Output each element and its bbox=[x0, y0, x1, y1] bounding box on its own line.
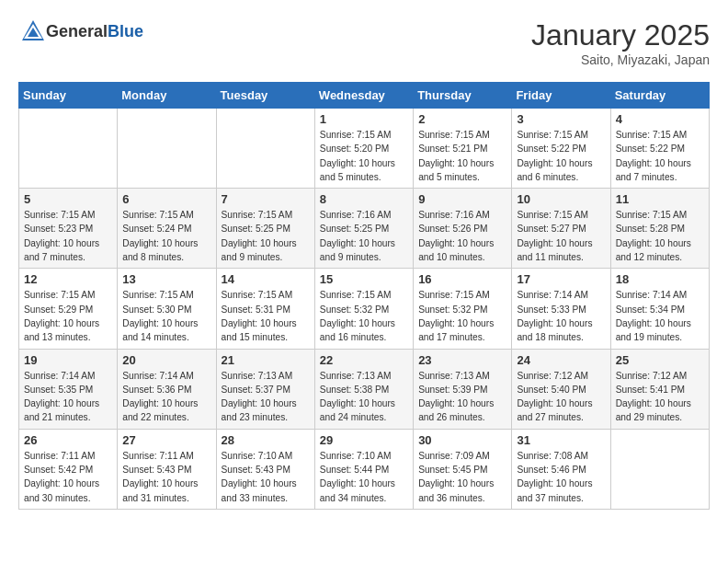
location: Saito, Miyazaki, Japan bbox=[531, 52, 710, 67]
calendar-cell: 19Sunrise: 7:14 AM Sunset: 5:35 PM Dayli… bbox=[19, 349, 118, 429]
calendar-cell: 29Sunrise: 7:10 AM Sunset: 5:44 PM Dayli… bbox=[314, 429, 413, 509]
calendar-cell: 18Sunrise: 7:14 AM Sunset: 5:34 PM Dayli… bbox=[610, 269, 709, 349]
calendar-cell: 24Sunrise: 7:12 AM Sunset: 5:40 PM Dayli… bbox=[512, 349, 610, 429]
day-info: Sunrise: 7:15 AM Sunset: 5:32 PM Dayligh… bbox=[320, 288, 408, 344]
day-info: Sunrise: 7:16 AM Sunset: 5:25 PM Dayligh… bbox=[320, 208, 408, 264]
day-number: 31 bbox=[517, 433, 605, 447]
day-info: Sunrise: 7:11 AM Sunset: 5:43 PM Dayligh… bbox=[122, 449, 210, 505]
calendar-cell: 4Sunrise: 7:15 AM Sunset: 5:22 PM Daylig… bbox=[610, 109, 709, 189]
day-info: Sunrise: 7:15 AM Sunset: 5:31 PM Dayligh… bbox=[222, 288, 310, 344]
day-info: Sunrise: 7:10 AM Sunset: 5:44 PM Dayligh… bbox=[320, 449, 408, 505]
day-number: 20 bbox=[122, 353, 210, 367]
day-number: 29 bbox=[320, 433, 408, 447]
day-number: 16 bbox=[418, 272, 506, 286]
calendar-cell: 14Sunrise: 7:15 AM Sunset: 5:31 PM Dayli… bbox=[216, 269, 314, 349]
day-header-sunday: Sunday bbox=[19, 83, 118, 109]
day-number: 3 bbox=[517, 112, 605, 126]
day-number: 5 bbox=[24, 192, 112, 206]
calendar-cell bbox=[610, 429, 709, 509]
calendar-table: SundayMondayTuesdayWednesdayThursdayFrid… bbox=[18, 82, 710, 510]
day-info: Sunrise: 7:09 AM Sunset: 5:45 PM Dayligh… bbox=[418, 449, 506, 505]
day-info: Sunrise: 7:15 AM Sunset: 5:25 PM Dayligh… bbox=[222, 208, 310, 264]
calendar-cell: 31Sunrise: 7:08 AM Sunset: 5:46 PM Dayli… bbox=[512, 429, 610, 509]
day-number: 11 bbox=[616, 192, 704, 206]
day-header-friday: Friday bbox=[512, 83, 610, 109]
day-info: Sunrise: 7:13 AM Sunset: 5:37 PM Dayligh… bbox=[222, 369, 310, 425]
day-header-monday: Monday bbox=[118, 83, 216, 109]
day-number: 19 bbox=[24, 353, 112, 367]
day-info: Sunrise: 7:14 AM Sunset: 5:35 PM Dayligh… bbox=[24, 369, 112, 425]
day-info: Sunrise: 7:10 AM Sunset: 5:43 PM Dayligh… bbox=[222, 449, 310, 505]
day-info: Sunrise: 7:13 AM Sunset: 5:39 PM Dayligh… bbox=[418, 369, 506, 425]
day-info: Sunrise: 7:15 AM Sunset: 5:23 PM Dayligh… bbox=[24, 208, 112, 264]
calendar-cell: 27Sunrise: 7:11 AM Sunset: 5:43 PM Dayli… bbox=[118, 429, 216, 509]
day-info: Sunrise: 7:15 AM Sunset: 5:24 PM Dayligh… bbox=[122, 208, 210, 264]
calendar-cell: 15Sunrise: 7:15 AM Sunset: 5:32 PM Dayli… bbox=[314, 269, 413, 349]
day-info: Sunrise: 7:14 AM Sunset: 5:36 PM Dayligh… bbox=[122, 369, 210, 425]
week-row-1: 1Sunrise: 7:15 AM Sunset: 5:20 PM Daylig… bbox=[19, 109, 710, 189]
calendar-cell: 3Sunrise: 7:15 AM Sunset: 5:22 PM Daylig… bbox=[512, 109, 610, 189]
page-header: GeneralBlue January 2025 Saito, Miyazaki… bbox=[18, 18, 710, 67]
day-number: 28 bbox=[222, 433, 310, 447]
calendar-cell bbox=[19, 109, 118, 189]
week-row-3: 12Sunrise: 7:15 AM Sunset: 5:29 PM Dayli… bbox=[19, 269, 710, 349]
calendar-cell: 6Sunrise: 7:15 AM Sunset: 5:24 PM Daylig… bbox=[118, 189, 216, 269]
day-number: 24 bbox=[517, 353, 605, 367]
day-number: 8 bbox=[320, 192, 408, 206]
week-row-2: 5Sunrise: 7:15 AM Sunset: 5:23 PM Daylig… bbox=[19, 189, 710, 269]
calendar-cell bbox=[118, 109, 216, 189]
day-number: 9 bbox=[418, 192, 506, 206]
calendar-cell: 30Sunrise: 7:09 AM Sunset: 5:45 PM Dayli… bbox=[414, 429, 512, 509]
day-info: Sunrise: 7:15 AM Sunset: 5:21 PM Dayligh… bbox=[418, 128, 506, 184]
calendar-cell: 12Sunrise: 7:15 AM Sunset: 5:29 PM Dayli… bbox=[19, 269, 118, 349]
day-info: Sunrise: 7:12 AM Sunset: 5:40 PM Dayligh… bbox=[517, 369, 605, 425]
day-number: 6 bbox=[122, 192, 210, 206]
calendar-cell: 17Sunrise: 7:14 AM Sunset: 5:33 PM Dayli… bbox=[512, 269, 610, 349]
calendar-header-row: SundayMondayTuesdayWednesdayThursdayFrid… bbox=[19, 83, 710, 109]
day-info: Sunrise: 7:14 AM Sunset: 5:34 PM Dayligh… bbox=[616, 288, 704, 344]
day-number: 26 bbox=[24, 433, 112, 447]
day-info: Sunrise: 7:15 AM Sunset: 5:32 PM Dayligh… bbox=[418, 288, 506, 344]
day-header-wednesday: Wednesday bbox=[314, 83, 413, 109]
calendar-cell: 23Sunrise: 7:13 AM Sunset: 5:39 PM Dayli… bbox=[414, 349, 512, 429]
day-number: 18 bbox=[616, 272, 704, 286]
day-info: Sunrise: 7:13 AM Sunset: 5:38 PM Dayligh… bbox=[320, 369, 408, 425]
day-number: 30 bbox=[418, 433, 506, 447]
day-info: Sunrise: 7:12 AM Sunset: 5:41 PM Dayligh… bbox=[616, 369, 704, 425]
day-number: 15 bbox=[320, 272, 408, 286]
day-number: 17 bbox=[517, 272, 605, 286]
day-info: Sunrise: 7:15 AM Sunset: 5:28 PM Dayligh… bbox=[616, 208, 704, 264]
calendar-cell: 26Sunrise: 7:11 AM Sunset: 5:42 PM Dayli… bbox=[19, 429, 118, 509]
day-info: Sunrise: 7:08 AM Sunset: 5:46 PM Dayligh… bbox=[517, 449, 605, 505]
logo-text-general: General bbox=[46, 22, 108, 40]
day-info: Sunrise: 7:15 AM Sunset: 5:30 PM Dayligh… bbox=[122, 288, 210, 344]
day-header-thursday: Thursday bbox=[414, 83, 512, 109]
calendar-cell: 2Sunrise: 7:15 AM Sunset: 5:21 PM Daylig… bbox=[414, 109, 512, 189]
calendar-cell: 25Sunrise: 7:12 AM Sunset: 5:41 PM Dayli… bbox=[610, 349, 709, 429]
day-info: Sunrise: 7:15 AM Sunset: 5:22 PM Dayligh… bbox=[616, 128, 704, 184]
day-number: 2 bbox=[418, 112, 506, 126]
calendar-cell: 10Sunrise: 7:15 AM Sunset: 5:27 PM Dayli… bbox=[512, 189, 610, 269]
calendar-cell: 5Sunrise: 7:15 AM Sunset: 5:23 PM Daylig… bbox=[19, 189, 118, 269]
week-row-4: 19Sunrise: 7:14 AM Sunset: 5:35 PM Dayli… bbox=[19, 349, 710, 429]
day-number: 27 bbox=[122, 433, 210, 447]
day-info: Sunrise: 7:14 AM Sunset: 5:33 PM Dayligh… bbox=[517, 288, 605, 344]
calendar-cell: 7Sunrise: 7:15 AM Sunset: 5:25 PM Daylig… bbox=[216, 189, 314, 269]
calendar-cell: 20Sunrise: 7:14 AM Sunset: 5:36 PM Dayli… bbox=[118, 349, 216, 429]
calendar-cell: 13Sunrise: 7:15 AM Sunset: 5:30 PM Dayli… bbox=[118, 269, 216, 349]
day-info: Sunrise: 7:15 AM Sunset: 5:22 PM Dayligh… bbox=[517, 128, 605, 184]
month-title: January 2025 bbox=[531, 18, 710, 52]
day-number: 12 bbox=[24, 272, 112, 286]
week-row-5: 26Sunrise: 7:11 AM Sunset: 5:42 PM Dayli… bbox=[19, 429, 710, 509]
logo-icon bbox=[20, 18, 46, 44]
day-header-saturday: Saturday bbox=[610, 83, 709, 109]
day-number: 14 bbox=[222, 272, 310, 286]
day-number: 1 bbox=[320, 112, 408, 126]
calendar-cell: 21Sunrise: 7:13 AM Sunset: 5:37 PM Dayli… bbox=[216, 349, 314, 429]
day-number: 22 bbox=[320, 353, 408, 367]
title-block: January 2025 Saito, Miyazaki, Japan bbox=[531, 18, 710, 67]
calendar-cell: 9Sunrise: 7:16 AM Sunset: 5:26 PM Daylig… bbox=[414, 189, 512, 269]
day-header-tuesday: Tuesday bbox=[216, 83, 314, 109]
day-number: 13 bbox=[122, 272, 210, 286]
calendar-cell: 8Sunrise: 7:16 AM Sunset: 5:25 PM Daylig… bbox=[314, 189, 413, 269]
